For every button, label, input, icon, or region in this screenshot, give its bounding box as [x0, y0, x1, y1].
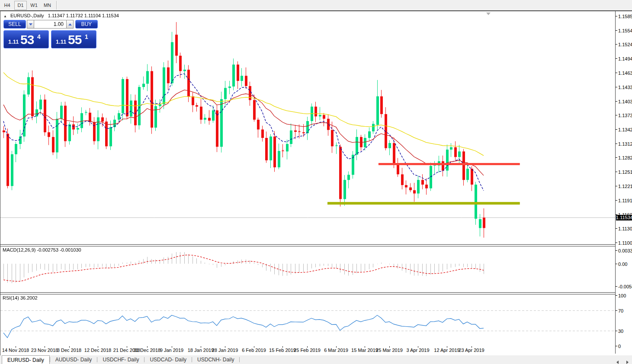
price-axis-label: 1.15545 [618, 28, 632, 33]
price-axis[interactable]: 1.158501.155451.152451.149401.146351.143… [615, 11, 632, 354]
ohlc-values: 1.11347 1.11732 1.11104 1.11534 [48, 13, 119, 18]
toolbar-separator [56, 1, 57, 10]
price-axis-label-tick [616, 30, 617, 31]
timeframe-button-mn[interactable]: MN [41, 1, 54, 10]
timeframe-toolbar: H4D1W1MN [0, 0, 632, 10]
chart-shift-marker-icon[interactable] [486, 13, 491, 15]
date-axis-label: 3 Apr 2019 [406, 348, 429, 353]
price-axis-label-tick [616, 200, 617, 201]
date-axis-label: 12 Dec 2018 [84, 348, 111, 353]
rsi-axis-label-tick [616, 295, 617, 296]
bid-big-digits: 53 [20, 32, 34, 47]
price-axis-label: 1.12215 [618, 184, 632, 189]
macd-label: MACD(12,26,9) -0.002753 -0.001030 [3, 247, 81, 252]
price-axis-label-tick [616, 73, 617, 73]
date-axis[interactable]: 14 Nov 201823 Nov 20183 Dec 201812 Dec 2… [0, 346, 615, 354]
date-axis-label: 18 Jan 2019 [188, 348, 214, 353]
rsi-axis-label: 70 [618, 308, 623, 313]
bid-prefix: 1.11 [8, 38, 19, 45]
date-axis-label: 31 Dec 2018 [134, 348, 160, 353]
date-axis-label: 25 Mar 2019 [376, 348, 403, 353]
price-axis-label: 1.13730 [618, 113, 632, 118]
macd-axis-label-tick [616, 250, 617, 251]
macd-axis-label: -0.005663 [618, 284, 632, 289]
macd-panel-canvas[interactable] [0, 246, 615, 292]
timeframe-button-w1[interactable]: W1 [28, 1, 40, 10]
macd-axis-label: 0.00 [618, 262, 627, 267]
chart-tab-usdcnh[interactable]: USDCNH- Daily [192, 355, 239, 364]
tab-scroll-buttons [610, 358, 629, 364]
one-click-panel-toggle-icon[interactable]: ▲ [3, 14, 7, 18]
price-axis-label-tick [616, 186, 617, 186]
price-axis-label: 1.14335 [618, 85, 632, 90]
scroll-right-icon[interactable] [626, 361, 629, 364]
price-axis-label: 1.11910 [618, 198, 632, 203]
date-axis-label: 3 Dec 2018 [57, 348, 81, 353]
date-axis-label: 25 Feb 2019 [294, 348, 321, 353]
timeframe-button-d1[interactable]: D1 [14, 1, 27, 10]
date-axis-label: 14 Nov 2018 [2, 348, 29, 353]
chevron-down-icon [29, 23, 32, 26]
chart-tab-audusd[interactable]: AUDUSD- Daily [50, 355, 97, 364]
rsi-axis-label-tick [616, 346, 617, 346]
price-axis-label: 1.13425 [618, 127, 632, 132]
buy-button[interactable]: BUY [75, 20, 98, 29]
chart-tab-usdcad[interactable]: USDCAD- Daily [144, 355, 192, 364]
price-axis-label: 1.14940 [618, 56, 632, 61]
date-axis-label: 6 Mar 2019 [324, 348, 348, 353]
price-axis-label-tick [616, 157, 617, 158]
chart-region: ▲ EURUSD-,Daily 1.11347 1.11732 1.11104 … [0, 10, 632, 355]
price-axis-label: 1.15245 [618, 42, 632, 47]
price-axis-label: 1.11000 [618, 240, 632, 246]
one-click-trade-panel: SELL BUY 1.11 53 4 1.11 55 1 [3, 20, 98, 29]
date-axis-label: 9 Jan 2019 [160, 348, 183, 353]
rsi-axis-label-tick [616, 331, 617, 331]
symbol-label: EURUSD-,Daily [10, 13, 44, 18]
price-axis-label: 1.12515 [618, 169, 632, 175]
rsi-label: RSI(14) 36.2002 [3, 295, 38, 300]
date-axis-label: 12 Apr 2019 [434, 348, 459, 353]
volume-decrease-button[interactable] [27, 20, 34, 29]
date-axis-label: 6 Feb 2019 [242, 348, 266, 353]
price-axis-label: 1.12820 [618, 155, 632, 160]
scroll-left-icon[interactable] [616, 361, 619, 364]
price-axis-label: 1.14635 [618, 70, 632, 76]
date-axis-label: 23 Apr 2019 [459, 348, 484, 353]
volume-input[interactable] [34, 20, 67, 29]
timeframe-button-h4[interactable]: H4 [1, 1, 13, 10]
chart-tab-bar: EURUSD- DailyAUDUSD- DailyUSDCHF- DailyU… [0, 355, 632, 364]
rsi-axis-label: 30 [618, 329, 623, 334]
chart-tab-usdchf[interactable]: USDCHF- Daily [97, 355, 144, 364]
chart-title-row: ▲ EURUSD-,Daily 1.11347 1.11732 1.11104 … [3, 13, 119, 18]
macd-axis-label-tick [616, 286, 617, 287]
price-axis-label-tick [616, 58, 617, 59]
sell-button[interactable]: SELL [3, 20, 26, 29]
price-axis-label-tick [616, 144, 617, 144]
price-axis-label: 1.11305 [618, 226, 632, 231]
chart-tab-eurusd[interactable]: EURUSD- Daily [2, 355, 50, 364]
current-price-tag: 1.11534 [616, 215, 632, 220]
price-axis-label: 1.13120 [618, 141, 632, 147]
ask-big-digits: 55 [68, 32, 81, 47]
rsi-axis-label: 100 [618, 293, 626, 298]
price-axis-label-tick [616, 101, 617, 102]
macd-axis-label-tick [616, 264, 617, 264]
rsi-axis-label: 0 [618, 344, 621, 349]
bid-pipette: 4 [37, 33, 41, 40]
price-axis-label-tick [616, 228, 617, 229]
mt4-window: H4D1W1MN ▲ EURUSD-,Daily 1.11347 1.11732… [0, 0, 632, 364]
rsi-panel-canvas[interactable] [0, 294, 615, 346]
price-axis-label-tick [616, 129, 617, 130]
price-axis-label-tick [616, 115, 617, 115]
rsi-axis-label-tick [616, 310, 617, 311]
ask-price-button[interactable]: 1.11 55 1 [51, 30, 96, 48]
macd-axis-label: 0.003383 [618, 248, 632, 253]
chevron-up-icon [68, 23, 72, 26]
price-axis-label: 1.14030 [618, 99, 632, 104]
date-axis-label: 15 Mar 2019 [351, 348, 378, 353]
price-axis-label: 1.15850 [618, 14, 632, 19]
price-axis-label-tick [616, 243, 617, 243]
ask-pipette: 1 [85, 33, 88, 40]
bid-price-button[interactable]: 1.11 53 4 [3, 30, 49, 48]
volume-increase-button[interactable] [67, 20, 74, 29]
